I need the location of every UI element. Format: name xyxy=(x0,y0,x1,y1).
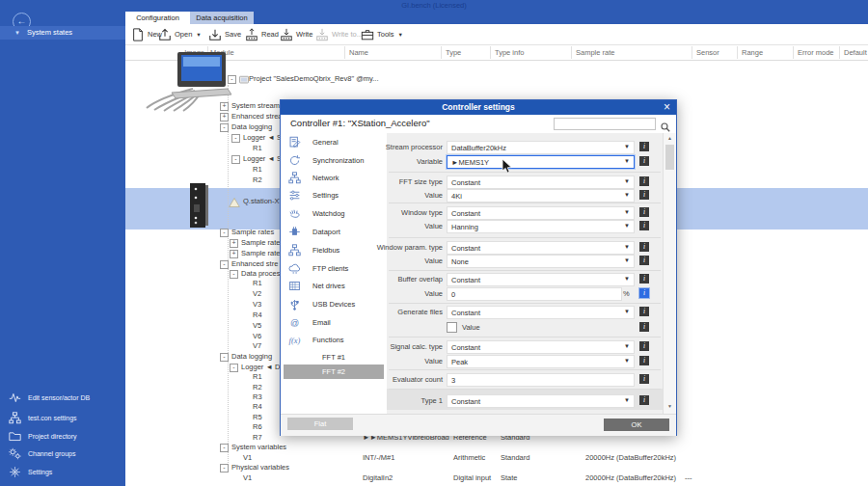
sidebar-item-project-directory[interactable]: Project directory xyxy=(8,429,77,443)
chevron-down-icon[interactable]: ▼ xyxy=(624,192,630,198)
chevron-down-icon[interactable]: ▼ xyxy=(624,257,630,263)
read-button[interactable]: Read xyxy=(245,26,279,42)
sidebar-item-edit-sensor-actor-db[interactable]: Edit sensor/actor DB xyxy=(8,391,90,404)
info-button[interactable]: i xyxy=(639,322,649,332)
info-button[interactable]: i xyxy=(639,274,649,284)
tree-item-project-salesdemoqbrix-rev8-my[interactable]: Project "SalesDemoQbrix_Rev8" @my... xyxy=(249,74,379,83)
tree-item-r5[interactable]: R5 xyxy=(253,413,262,421)
info-button[interactable]: i xyxy=(639,142,649,151)
info-button[interactable]: i xyxy=(639,221,649,230)
info-button[interactable]: i xyxy=(639,288,649,298)
tree-item-sample-rate[interactable]: Sample rate xyxy=(241,249,280,257)
scroll-up-icon[interactable]: ▲ xyxy=(664,135,676,141)
dropdown-value[interactable]: 4Ki▼ xyxy=(447,189,635,202)
dropdown-variable[interactable]: ►MEMS1Y▼ xyxy=(447,155,635,169)
tree-expander[interactable]: + xyxy=(230,250,238,258)
tree-expander[interactable]: - xyxy=(228,75,236,84)
dropdown-window-param-type[interactable]: Constant▼ xyxy=(447,241,635,255)
dropdown-signal-calc-type[interactable]: Constant▼ xyxy=(447,340,635,354)
tab-configuration[interactable]: Configuration xyxy=(125,12,190,24)
dropdown-buffer-overlap[interactable]: Constant▼ xyxy=(447,273,635,286)
column-header-name[interactable]: Name xyxy=(349,48,426,57)
chevron-down-icon[interactable]: ▼ xyxy=(624,309,630,314)
dialog-titlebar[interactable]: Controller settings × xyxy=(281,100,676,115)
scrollbar-thumb[interactable] xyxy=(665,145,674,170)
info-button[interactable]: i xyxy=(639,307,649,316)
info-button[interactable]: i xyxy=(639,156,649,166)
chevron-down-icon[interactable]: ▼ xyxy=(624,158,630,164)
column-header-error-mode[interactable]: Error mode xyxy=(798,48,838,57)
input-evaluator-count[interactable]: 3 xyxy=(447,373,635,387)
tree-item-system-variables[interactable]: System variables xyxy=(231,443,286,451)
tree-item-v6[interactable]: V6 xyxy=(253,332,261,340)
chevron-down-icon[interactable]: ▼ xyxy=(624,144,630,149)
column-header-type-info[interactable]: Type info xyxy=(495,48,553,57)
info-button[interactable]: i xyxy=(639,356,649,365)
tree-item-data-logging[interactable]: Data logging xyxy=(231,122,272,131)
column-header-default-value[interactable]: Default value xyxy=(844,48,868,57)
info-button[interactable]: i xyxy=(639,242,649,252)
input-value[interactable]: 0 xyxy=(447,287,622,301)
search-input[interactable] xyxy=(554,118,656,130)
flat-button[interactable]: Flat xyxy=(287,418,353,430)
dropdown-value[interactable]: Hanning▼ xyxy=(447,220,635,233)
tree-expander[interactable]: - xyxy=(231,134,240,143)
tree-item-r1[interactable]: R1 xyxy=(253,279,262,287)
open-button[interactable]: Open ▼ xyxy=(158,26,202,42)
tree-item-data-proces[interactable]: Data proces xyxy=(241,269,280,278)
chevron-down-icon[interactable]: ▼ xyxy=(624,178,630,184)
scroll-down-icon[interactable]: ▼ xyxy=(664,403,676,409)
chevron-down-icon[interactable]: ▼ xyxy=(624,276,630,282)
chevron-down-icon[interactable]: ▼ xyxy=(624,209,630,215)
tab-data-acquisition[interactable]: Data acquisition xyxy=(190,12,254,24)
sidebar-item-test-con-settings[interactable]: test.con settings xyxy=(8,411,77,424)
tree-item-r1[interactable]: R1 xyxy=(253,144,262,152)
dropdown-value[interactable]: None▼ xyxy=(447,255,635,268)
tree-item-v1[interactable]: V1 xyxy=(243,473,252,482)
tree-expander[interactable]: - xyxy=(220,444,229,452)
chevron-down-icon[interactable]: ▼ xyxy=(624,244,630,250)
info-button[interactable]: i xyxy=(639,176,649,186)
close-icon[interactable]: × xyxy=(664,100,670,115)
tree-item-r1[interactable]: R1 xyxy=(253,165,262,174)
tree-item-enhanced-stre[interactable]: Enhanced stre xyxy=(231,259,278,268)
tree-item-v1[interactable]: V1 xyxy=(243,453,252,462)
info-button[interactable]: i xyxy=(639,395,649,405)
dialog-scrollbar[interactable]: ▲ ▼ xyxy=(663,133,676,414)
tree-expander[interactable]: - xyxy=(230,270,238,279)
tree-item-v7[interactable]: V7 xyxy=(253,341,261,350)
save-button[interactable]: Save xyxy=(208,26,241,42)
tree-expander[interactable]: + xyxy=(220,113,229,122)
tree-expander[interactable]: - xyxy=(220,123,229,132)
info-button[interactable]: i xyxy=(639,190,649,200)
tree-item-r1[interactable]: R1 xyxy=(253,372,262,381)
tree-expander[interactable]: + xyxy=(230,239,238,248)
chevron-down-icon[interactable]: ▼ xyxy=(624,358,630,364)
column-header-type[interactable]: Type xyxy=(446,48,489,57)
dropdown-generate-files[interactable]: Constant▼ xyxy=(447,306,635,319)
dropdown-stream-processor[interactable]: DataBuffer20kHz▼ xyxy=(447,141,635,154)
tree-expander[interactable]: + xyxy=(220,102,229,111)
dropdown-value[interactable]: Peak▼ xyxy=(447,355,635,368)
tree-item-r6[interactable]: R6 xyxy=(253,422,262,431)
tree-item-r3[interactable]: R3 xyxy=(253,392,262,401)
value-checkbox[interactable] xyxy=(447,322,457,333)
column-header-sensor[interactable]: Sensor xyxy=(696,48,735,57)
dropdown-fft-size-type[interactable]: Constant▼ xyxy=(447,176,635,189)
tree-item-system-streams[interactable]: System streams xyxy=(231,101,284,110)
chevron-down-icon[interactable]: ▼ xyxy=(624,343,630,349)
column-header-range[interactable]: Range xyxy=(742,48,785,57)
tree-item-sample-rates[interactable]: Sample rates xyxy=(231,228,274,236)
tree-expander[interactable]: - xyxy=(220,260,229,269)
dropdown-window-type[interactable]: Constant▼ xyxy=(447,206,635,220)
dropdown-type-1[interactable]: Constant▼ xyxy=(447,394,635,408)
column-header-sample-rate[interactable]: Sample rate xyxy=(576,48,663,57)
tree-expander[interactable]: - xyxy=(220,353,229,362)
tree-item-r4[interactable]: R4 xyxy=(253,402,262,411)
tree-expander[interactable]: - xyxy=(220,229,229,237)
tree-item-r4[interactable]: R4 xyxy=(253,310,262,319)
sidebar-item-channel-groups[interactable]: Channel groups xyxy=(8,446,75,460)
tree-item-sample-rate[interactable]: Sample rate xyxy=(241,238,280,247)
info-button[interactable]: i xyxy=(639,256,649,265)
tree-expander[interactable]: - xyxy=(231,155,240,164)
